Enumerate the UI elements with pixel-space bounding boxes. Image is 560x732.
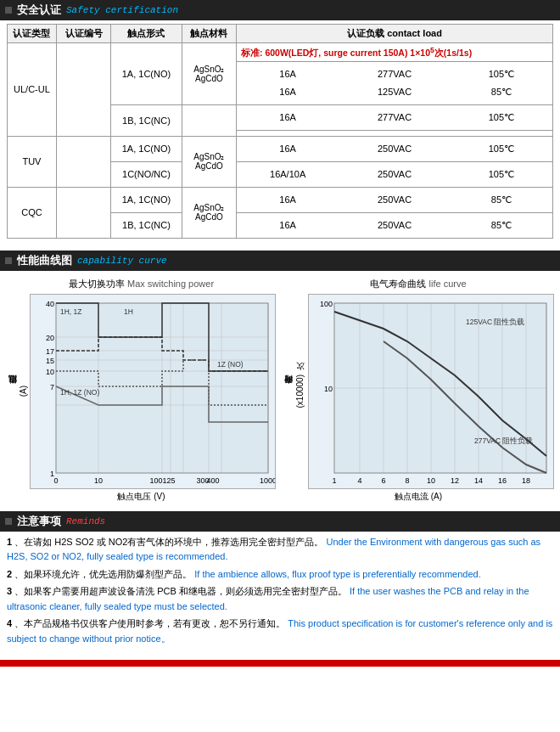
list-item: 1 、在请如 H2S SO2 或 NO2有害气体的环境中，推荐选用完全密封型产品… <box>7 535 553 565</box>
notes-section: 注意事项 Reminds 1 、在请如 H2S SO2 或 NO2有害气体的环境… <box>0 511 560 653</box>
col-load: 认证负载 contact load <box>237 25 553 43</box>
chart2-area: 寿命时间 (x10000次) <box>283 294 554 489</box>
safety-section: 安全认证 Safety certification 认证类型 认证编号 触点形式… <box>0 0 560 245</box>
cert-form-cqc1: 1A, 1C(NO) <box>111 187 182 212</box>
xlabel-10: 10 <box>94 476 103 485</box>
cert-form-cqc2: 1B, 1C(NC) <box>111 212 182 238</box>
cert-type-tuv: TUV <box>8 136 57 187</box>
chart2-title: 电气寿命曲线 life curve <box>283 278 554 290</box>
cert-load-cqc1: 16A250VAC85℃ <box>237 187 553 212</box>
xlabel-125: 125 <box>162 476 175 485</box>
ylabel2-100: 100 <box>320 300 333 308</box>
note1-zh: 、在请如 H2S SO2 或 NO2有害气体的环境中，推荐选用完全密封型产品。 <box>14 537 323 547</box>
cert-load-cqc2: 16A250VAC85℃ <box>237 212 553 238</box>
cert-load-ul2: 16A277VAC105℃ <box>237 104 553 130</box>
safety-title-zh: 安全认证 <box>17 3 61 18</box>
chart1-title-zh: 最大切换功率 <box>69 279 125 289</box>
ylabel-10: 10 <box>46 368 54 376</box>
chart2-svg: 100 10 1 4 6 8 10 12 14 16 18 125VAC 阻性负 <box>308 294 554 489</box>
capability-section: 性能曲线图 capability curve 最大切换功率 Max switch… <box>0 251 560 506</box>
bottom-bar <box>0 660 560 667</box>
chart1-xlabel: 触点电压 (V) <box>7 491 276 503</box>
label-1h: 1H <box>124 307 133 316</box>
note4-zh: 、本产品规格书仅供客户使用时参考，若有更改，恕不另行通知。 <box>14 618 285 628</box>
cert-type-ul: UL/C-UL <box>8 43 57 137</box>
cert-num-ul <box>56 43 110 137</box>
table-row: CQC 1A, 1C(NO) AgSnO₂AgCdO 16A250VAC85℃ <box>8 187 553 212</box>
chart1-xlabel-zh: 触点电压 <box>117 492 151 501</box>
note-num-4: 4 <box>7 618 12 628</box>
chart1-title: 最大切换功率 Max switching power <box>7 278 276 290</box>
note-num-2: 2 <box>7 569 12 579</box>
note-num-1: 1 <box>7 537 12 547</box>
note-num-3: 3 <box>7 586 12 596</box>
notes-content: 1 、在请如 H2S SO2 或 NO2有害气体的环境中，推荐选用完全密封型产品… <box>0 532 560 653</box>
ylabel-7: 7 <box>50 383 54 391</box>
list-item: 4 、本产品规格书仅供客户使用时参考，若有更改，恕不另行通知。 This pro… <box>7 617 553 646</box>
header-square2 <box>5 257 12 264</box>
cert-load-ul-header: 标准: 600W(LED灯, surge current 150A) 1×105… <box>237 43 553 62</box>
cert-load-tuv2: 16A/10A250VAC105℃ <box>237 161 553 187</box>
chart1-ylabel-en: (A) <box>19 386 28 397</box>
xlabel-1000: 1000 <box>260 476 276 485</box>
chart2-xlabel-en: (A) <box>431 492 442 501</box>
cert-load-ul1b: 16A277VAC105℃ 16A125VAC85℃ <box>237 61 553 104</box>
notes-list: 1 、在请如 H2S SO2 或 NO2有害气体的环境中，推荐选用完全密封型产品… <box>7 535 553 647</box>
xlabel2-1: 1 <box>332 476 336 485</box>
cert-num-cqc <box>56 187 110 238</box>
list-item: 3 、如果客户需要用超声波设备清洗 PCB 和继电器，则必须选用完全密封型产品。… <box>7 584 553 614</box>
xlabel-0: 0 <box>53 476 58 485</box>
label-277vac: 277VAC 阻性负载 <box>474 436 533 445</box>
safety-header: 安全认证 Safety certification <box>0 0 560 20</box>
chart1-area: 触点电流 (A) <box>7 294 276 489</box>
cert-form-tuv1: 1A, 1C(NO) <box>111 136 182 161</box>
xlabel2-14: 14 <box>474 476 483 485</box>
chart1-svg: 40 20 17 15 10 7 1 0 10 100 125 300 400 <box>30 294 276 489</box>
xlabel2-18: 18 <box>522 476 530 485</box>
xlabel2-16: 16 <box>498 476 507 485</box>
chart2-xlabel: 触点电流 (A) <box>283 491 554 503</box>
cert-form-tuv2: 1C(NO/NC) <box>111 161 182 187</box>
safety-content: 认证类型 认证编号 触点形式 触点材料 认证负载 contact load UL… <box>0 20 560 245</box>
xlabel-100: 100 <box>149 476 162 485</box>
notes-header: 注意事项 Reminds <box>0 511 560 532</box>
xlabel2-4: 4 <box>357 476 361 485</box>
table-row: TUV 1A, 1C(NO) AgSnO₂AgCdO 16A250VAC105℃ <box>8 136 553 161</box>
chart2-wrapper: 电气寿命曲线 life curve 寿命时间 (x10000次) <box>283 278 554 503</box>
xlabel2-10: 10 <box>427 476 435 485</box>
chart1-xlabel-en: (V) <box>154 492 165 501</box>
list-item: 2 、如果环境允许，优先选用防爆剂型产品。 If the ambience al… <box>7 567 553 583</box>
label-1h1zno: 1H, 1Z (NO) <box>60 388 99 397</box>
ylabel-17: 17 <box>46 347 54 356</box>
capability-header: 性能曲线图 capability curve <box>0 251 560 271</box>
cert-table: 认证类型 认证编号 触点形式 触点材料 认证负载 contact load UL… <box>7 24 553 239</box>
note2-zh: 、如果环境允许，优先选用防爆剂型产品。 <box>14 569 192 579</box>
chart1-ylabel: 触点电流 (A) <box>7 386 28 397</box>
safety-title-en: Safety certification <box>66 5 178 15</box>
table-row: UL/C-UL 1A, 1C(NO) AgSnO₂AgCdO 标准: 600W(… <box>8 43 553 62</box>
cert-load-ul3 <box>237 130 553 136</box>
ylabel-40: 40 <box>46 300 54 308</box>
notes-title-zh: 注意事项 <box>17 514 61 529</box>
chart2-title-zh: 电气寿命曲线 <box>370 279 426 289</box>
note3-zh: 、如果客户需要用超声波设备清洗 PCB 和继电器，则必须选用完全密封型产品。 <box>14 586 347 596</box>
cert-mat-tuv: AgSnO₂AgCdO <box>182 136 236 187</box>
header-square <box>5 7 12 14</box>
notes-title-en: Reminds <box>66 516 105 526</box>
label-1zno: 1Z (NO) <box>217 360 244 369</box>
cert-form-ul2: 1B, 1C(NC) <box>111 104 182 136</box>
header-square3 <box>5 518 12 525</box>
cert-load-tuv1: 16A250VAC105℃ <box>237 136 553 161</box>
label-1h1z: 1H, 1Z <box>60 307 82 316</box>
cert-type-cqc: CQC <box>8 187 57 238</box>
xlabel2-12: 12 <box>451 476 459 485</box>
col-form: 触点形式 <box>111 25 182 43</box>
capability-content: 最大切换功率 Max switching power 触点电流 (A) <box>0 271 560 506</box>
capability-title-zh: 性能曲线图 <box>17 253 72 268</box>
chart2-title-en: life curve <box>429 279 467 289</box>
cert-form-ul1: 1A, 1C(NO) <box>111 43 182 105</box>
ylabel2-10: 10 <box>324 385 333 393</box>
chart2-ylabel-en: (x10000次) <box>295 374 305 408</box>
chart2-ylabel: 寿命时间 (x10000次) <box>283 374 306 408</box>
xlabel2-8: 8 <box>405 476 409 485</box>
